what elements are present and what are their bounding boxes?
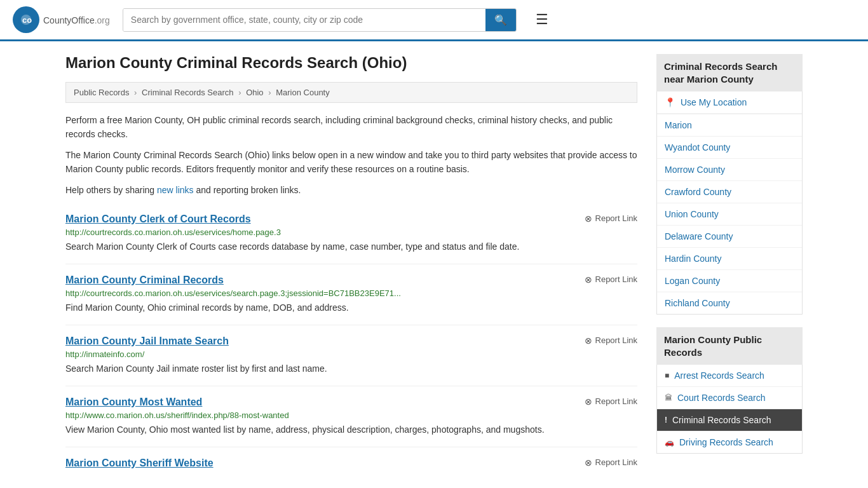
nearby-link-logan[interactable]: Logan County (657, 270, 802, 292)
description-1: Perform a free Marion County, OH public … (65, 113, 637, 142)
court-records-link[interactable]: 🏛 Court Records Search (657, 387, 802, 409)
report-icon-1: ⊗ (585, 214, 592, 224)
nearby-link-hardin[interactable]: Hardin County (657, 248, 802, 269)
report-link-2[interactable]: ⊗ Report Link (585, 274, 637, 285)
record-item: Marion County Clerk of Court Records ⊗ R… (65, 203, 637, 264)
nearby-morrow[interactable]: Morrow County (657, 159, 802, 181)
record-title-1[interactable]: Marion County Clerk of Court Records (65, 214, 251, 225)
nearby-richland[interactable]: Richland County (657, 292, 802, 314)
page-container: Marion County Criminal Records Search (O… (53, 41, 815, 488)
page-title: Marion County Criminal Records Search (O… (65, 54, 637, 72)
main-content: Marion County Criminal Records Search (O… (65, 54, 637, 482)
arrest-icon: ■ (665, 371, 669, 380)
report-icon-2: ⊗ (585, 274, 592, 285)
nearby-delaware[interactable]: Delaware County (657, 226, 802, 248)
record-item: Marion County Most Wanted ⊗ Report Link … (65, 386, 637, 447)
record-desc-4: View Marion County, Ohio most wanted lis… (65, 423, 637, 437)
criminal-records-label: Criminal Records Search (672, 415, 771, 425)
nearby-link-richland[interactable]: Richland County (657, 292, 802, 314)
use-location-label: Use My Location (681, 97, 747, 107)
search-button[interactable]: 🔍 (485, 9, 516, 31)
svg-text:co: co (22, 15, 32, 25)
report-icon-5: ⊗ (585, 458, 592, 468)
search-input[interactable] (123, 9, 485, 31)
report-link-5[interactable]: ⊗ Report Link (585, 458, 637, 468)
use-location-link[interactable]: 📍 Use My Location (657, 92, 802, 114)
breadcrumb-marion-county[interactable]: Marion County (276, 88, 330, 97)
driving-records-label: Driving Records Search (679, 437, 773, 447)
nearby-list: 📍 Use My Location Marion Wyandot County … (656, 92, 803, 315)
new-links-link[interactable]: new links (157, 185, 194, 195)
nearby-marion[interactable]: Marion (657, 114, 802, 137)
use-location-item[interactable]: 📍 Use My Location (657, 92, 802, 114)
description-3: Help others by sharing new links and rep… (65, 183, 637, 197)
record-url-4[interactable]: http://www.co.marion.oh.us/sheriff/index… (65, 410, 637, 420)
public-records-section: Marion County Public Records ■ Arrest Re… (656, 327, 803, 454)
nearby-section: Criminal Records Search near Marion Coun… (656, 54, 803, 315)
nearby-link-crawford[interactable]: Crawford County (657, 181, 802, 203)
breadcrumb: Public Records › Criminal Records Search… (65, 82, 637, 103)
breadcrumb-criminal-records[interactable]: Criminal Records Search (142, 88, 234, 97)
report-icon-3: ⊗ (585, 336, 592, 346)
record-item: Marion County Jail Inmate Search ⊗ Repor… (65, 325, 637, 386)
site-header: co CountyOffice.org 🔍 ☰ (0, 0, 868, 41)
records-list: Marion County Clerk of Court Records ⊗ R… (65, 203, 637, 482)
description-2: The Marion County Criminal Records Searc… (65, 148, 637, 177)
nearby-wyandot[interactable]: Wyandot County (657, 137, 802, 159)
arrest-records-item[interactable]: ■ Arrest Records Search (657, 365, 802, 387)
public-records-list: ■ Arrest Records Search 🏛 Court Records … (656, 365, 803, 454)
criminal-icon: ! (665, 416, 667, 424)
nearby-union[interactable]: Union County (657, 203, 802, 226)
nearby-header: Criminal Records Search near Marion Coun… (656, 54, 803, 92)
nearby-link-morrow[interactable]: Morrow County (657, 159, 802, 180)
logo-text: CountyOffice.org (43, 13, 110, 27)
sidebar: Criminal Records Search near Marion Coun… (656, 54, 803, 482)
court-records-label: Court Records Search (677, 393, 766, 403)
record-url-3[interactable]: http://inmateinfo.com/ (65, 349, 637, 359)
nearby-hardin[interactable]: Hardin County (657, 248, 802, 270)
logo-link[interactable]: co CountyOffice.org (13, 6, 110, 33)
criminal-records-link[interactable]: ! Criminal Records Search (657, 409, 802, 431)
menu-button[interactable]: ☰ (536, 11, 548, 28)
record-url-1[interactable]: http://courtrecords.co.marion.oh.us/eser… (65, 227, 637, 237)
nearby-link-wyandot[interactable]: Wyandot County (657, 137, 802, 158)
nearby-link-union[interactable]: Union County (657, 203, 802, 225)
driving-records-item[interactable]: 🚗 Driving Records Search (657, 431, 802, 453)
record-item: Marion County Sheriff Website ⊗ Report L… (65, 447, 637, 482)
court-records-item[interactable]: 🏛 Court Records Search (657, 387, 802, 409)
arrest-records-link[interactable]: ■ Arrest Records Search (657, 365, 802, 386)
nearby-logan[interactable]: Logan County (657, 270, 802, 292)
record-desc-3: Search Marion County Jail inmate roster … (65, 362, 637, 376)
nearby-link-delaware[interactable]: Delaware County (657, 226, 802, 247)
search-icon: 🔍 (494, 15, 507, 25)
criminal-records-item[interactable]: ! Criminal Records Search (657, 409, 802, 431)
arrest-records-label: Arrest Records Search (674, 370, 764, 381)
record-desc-1: Search Marion County Clerk of Courts cas… (65, 240, 637, 254)
report-link-3[interactable]: ⊗ Report Link (585, 336, 637, 346)
record-title-3[interactable]: Marion County Jail Inmate Search (65, 336, 229, 347)
record-title-5[interactable]: Marion County Sheriff Website (65, 458, 214, 469)
record-url-2[interactable]: http://courtrecords.co.marion.oh.us/eser… (65, 288, 637, 298)
breadcrumb-ohio[interactable]: Ohio (246, 88, 263, 97)
court-icon: 🏛 (665, 393, 672, 402)
record-title-2[interactable]: Marion County Criminal Records (65, 274, 224, 286)
driving-records-link[interactable]: 🚗 Driving Records Search (657, 431, 802, 453)
record-desc-2: Find Marion County, Ohio criminal record… (65, 301, 637, 315)
public-records-header: Marion County Public Records (656, 327, 803, 365)
report-icon-4: ⊗ (585, 396, 592, 407)
search-bar: 🔍 (123, 8, 517, 32)
logo-icon: co (13, 6, 39, 33)
nearby-crawford[interactable]: Crawford County (657, 181, 802, 203)
hamburger-icon: ☰ (536, 11, 548, 27)
report-link-1[interactable]: ⊗ Report Link (585, 214, 637, 224)
record-title-4[interactable]: Marion County Most Wanted (65, 396, 202, 408)
location-pin-icon: 📍 (665, 97, 675, 107)
breadcrumb-public-records[interactable]: Public Records (74, 88, 129, 97)
driving-icon: 🚗 (665, 438, 674, 447)
report-link-4[interactable]: ⊗ Report Link (585, 396, 637, 407)
record-item: Marion County Criminal Records ⊗ Report … (65, 264, 637, 325)
nearby-link-marion[interactable]: Marion (657, 114, 802, 136)
